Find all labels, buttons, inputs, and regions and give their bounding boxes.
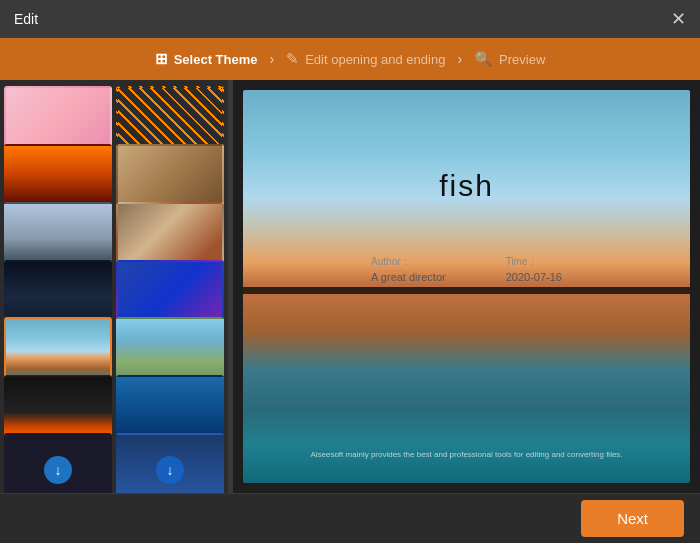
- preview-title: fish: [243, 169, 690, 203]
- step-arrow-1: ›: [270, 51, 275, 67]
- preview-author-value: A great director: [371, 271, 446, 283]
- preview-time-label: Time：: [506, 255, 562, 269]
- preview-author-col: Author： A great director: [371, 255, 446, 283]
- step-edit-opening-label: Edit opening and ending: [305, 52, 445, 67]
- edit-opening-icon: ✎: [286, 50, 299, 68]
- step-edit-opening[interactable]: ✎ Edit opening and ending: [286, 50, 445, 68]
- theme-thumb-download-blue[interactable]: ↓: [116, 433, 224, 493]
- download-icon-blue: ↓: [156, 456, 184, 484]
- preview-time-value: 2020-07-16: [506, 271, 562, 283]
- title-bar: Edit ✕: [0, 0, 700, 38]
- preview-panel: fish Author： A great director Time： 2020…: [233, 80, 700, 493]
- steps-bar: ⊞ Select Theme › ✎ Edit opening and endi…: [0, 38, 700, 80]
- select-theme-icon: ⊞: [155, 50, 168, 68]
- preview-footer-text: Aiseesoft mainly provides the best and p…: [243, 450, 690, 459]
- preview-meta: Author： A great director Time： 2020-07-1…: [243, 255, 690, 283]
- next-button[interactable]: Next: [581, 500, 684, 537]
- preview-author-label: Author：: [371, 255, 446, 269]
- theme-thumbnail-list: ↓ ↓: [0, 80, 228, 493]
- window-title: Edit: [14, 11, 38, 27]
- step-select-theme[interactable]: ⊞ Select Theme: [155, 50, 258, 68]
- step-preview[interactable]: 🔍 Preview: [474, 50, 545, 68]
- preview-time-col: Time： 2020-07-16: [506, 255, 562, 283]
- step-select-theme-label: Select Theme: [174, 52, 258, 67]
- step-arrow-2: ›: [457, 51, 462, 67]
- close-button[interactable]: ✕: [671, 10, 686, 28]
- theme-thumb-download-dark[interactable]: ↓: [4, 433, 112, 493]
- main-content: ↓ ↓ fish Author： A great director Time：: [0, 80, 700, 493]
- download-icon-dark: ↓: [44, 456, 72, 484]
- bottom-bar: Next: [0, 493, 700, 543]
- preview-slide: fish Author： A great director Time： 2020…: [243, 90, 690, 483]
- step-preview-label: Preview: [499, 52, 545, 67]
- preview-icon: 🔍: [474, 50, 493, 68]
